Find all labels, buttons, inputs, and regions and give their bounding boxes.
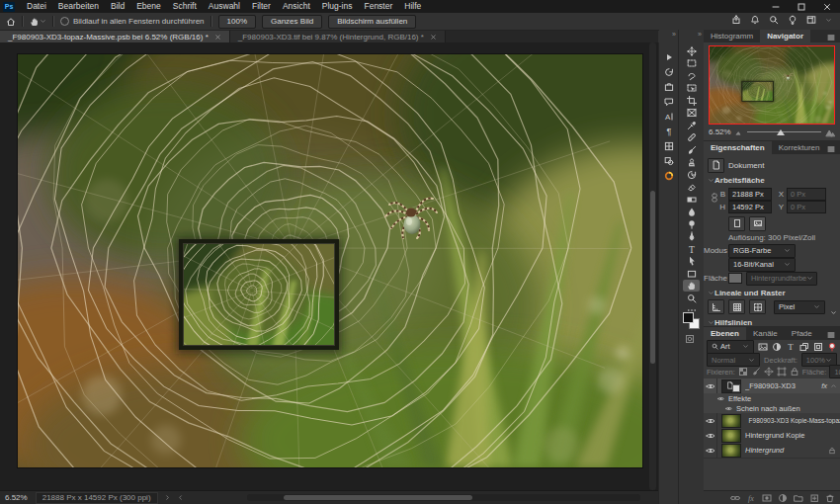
healing-brush-tool[interactable] <box>683 131 700 143</box>
layer-thumbnail[interactable] <box>721 444 741 458</box>
lasso-tool[interactable] <box>683 70 700 82</box>
search-icon[interactable] <box>769 15 779 25</box>
effect-name[interactable]: Schein nach außen <box>736 404 840 413</box>
layer-effect-row[interactable]: Schein nach außen <box>704 403 840 413</box>
rulers-section-header[interactable]: Lineale und Raster <box>714 289 786 297</box>
close-tab-icon[interactable] <box>214 34 221 41</box>
tab-navigator[interactable]: Navigator <box>760 30 810 42</box>
navigator-zoom-slider[interactable] <box>747 126 821 137</box>
path-selection-tool[interactable] <box>683 255 700 267</box>
foreground-color-swatch[interactable] <box>683 312 694 323</box>
marquee-tool[interactable] <box>683 57 700 69</box>
lock-artboard-icon[interactable] <box>777 367 787 377</box>
toolbar-chevron-icon[interactable]: » <box>698 31 701 38</box>
frame-tool[interactable] <box>683 107 700 119</box>
effects-visibility-icon[interactable] <box>717 395 724 402</box>
new-layer-icon[interactable] <box>809 493 819 503</box>
section-collapse-icon[interactable] <box>708 177 714 184</box>
notifications-bell-icon[interactable] <box>750 15 760 25</box>
discover-bulb-icon[interactable] <box>788 15 798 25</box>
layer-thumbnail[interactable] <box>721 414 741 428</box>
filter-toggle-icon[interactable] <box>827 342 837 352</box>
expand-dock-chevron-icon[interactable]: » <box>672 31 675 38</box>
status-doc-info[interactable]: 21888 Px x 14592 Px (300 ppi) <box>36 492 158 504</box>
layer-visibility-icon[interactable] <box>706 381 715 391</box>
zoom-out-icon[interactable] <box>735 128 743 136</box>
ruler-toggle-icon[interactable] <box>708 299 724 314</box>
effects-label[interactable]: Effekte <box>728 394 840 403</box>
menu-hilfe[interactable]: Hilfe <box>398 0 427 13</box>
layer-name[interactable]: _F980903-XD3 <box>745 381 818 390</box>
fit-screen-button[interactable]: Ganzes Bild <box>262 15 322 29</box>
section-collapse-icon[interactable] <box>708 319 714 326</box>
patterns-panel-icon[interactable] <box>662 140 675 152</box>
fill-screen-button[interactable]: Bildschirm ausfüllen <box>328 15 416 29</box>
hand-tool-preset-icon[interactable] <box>30 17 40 27</box>
bit-depth-select[interactable]: 16-Bit/Kanal <box>728 258 796 272</box>
layer-name[interactable]: _F980903-XD3 Kopie-Mass-topaz-_wonder <box>745 417 840 424</box>
canvas-section-header[interactable]: Arbeitsfläche <box>714 176 765 185</box>
pen-tool[interactable] <box>683 230 700 242</box>
type-tool[interactable]: T <box>683 243 700 255</box>
menu-auswahl[interactable]: Auswahl <box>203 0 246 13</box>
layer-effects-row[interactable]: Effekte <box>704 393 840 403</box>
layer-style-icon[interactable]: fx <box>746 493 756 503</box>
clone-stamp-tool[interactable] <box>683 156 700 168</box>
history-panel-icon[interactable] <box>662 66 675 78</box>
landscape-orientation-icon[interactable] <box>749 216 766 231</box>
gradient-tool[interactable] <box>683 194 700 206</box>
menu-bearbeiten[interactable]: Bearbeiten <box>52 0 105 13</box>
status-menu-chevron-icon[interactable] <box>164 494 171 501</box>
layer-row[interactable]: Hintergrund Kopie <box>704 428 840 444</box>
status-back-chevron-icon[interactable] <box>177 494 184 501</box>
canvas-area[interactable]: 6.52% 21888 Px x 14592 Px (300 ppi) <box>0 42 659 504</box>
grid-toggle-icon[interactable] <box>728 299 745 314</box>
layer-name[interactable]: Hintergrund Kopie <box>745 431 840 440</box>
eraser-tool[interactable] <box>683 181 700 193</box>
menu-ebene[interactable]: Ebene <box>130 0 167 13</box>
dodge-tool[interactable] <box>683 218 700 230</box>
menu-schrift[interactable]: Schrift <box>167 0 203 13</box>
menu-plug-ins[interactable]: Plug-ins <box>316 0 359 13</box>
menu-ansicht[interactable]: Ansicht <box>277 0 316 13</box>
units-select[interactable]: Pixel <box>774 300 825 314</box>
eyedropper-tool[interactable] <box>683 120 700 131</box>
tab-pfade[interactable]: Pfade <box>785 327 819 340</box>
width-field[interactable]: 21888 Px <box>728 188 772 201</box>
close-icon[interactable] <box>814 0 840 13</box>
shapes-panel-icon[interactable] <box>662 155 675 167</box>
height-field[interactable]: 14592 Px <box>728 201 772 213</box>
delete-layer-icon[interactable] <box>825 493 835 503</box>
horizontal-scrollbar-thumb[interactable] <box>284 495 472 500</box>
menu-fenster[interactable]: Fenster <box>358 0 398 13</box>
lock-all-icon[interactable] <box>790 367 799 377</box>
comments-panel-icon[interactable] <box>662 96 675 108</box>
add-mask-icon[interactable] <box>762 493 772 503</box>
horizontal-scrollbar[interactable] <box>247 494 640 501</box>
new-group-icon[interactable] <box>794 493 803 503</box>
collapse-effects-icon[interactable] <box>830 382 837 389</box>
navigator-zoom-value[interactable]: 6.52% <box>709 127 731 136</box>
pixel-grid-toggle-icon[interactable] <box>749 299 766 314</box>
filter-adjustment-layers-icon[interactable] <box>772 342 782 352</box>
menu-filter[interactable]: Filter <box>246 0 277 13</box>
maximize-icon[interactable] <box>789 0 814 13</box>
vertical-scrollbar[interactable] <box>649 42 656 490</box>
link-layers-icon[interactable] <box>730 493 740 503</box>
slider-thumb[interactable] <box>777 129 785 135</box>
lock-pixels-icon[interactable] <box>751 367 761 377</box>
zoom-tool[interactable] <box>683 293 700 304</box>
vertical-scrollbar-thumb[interactable] <box>650 191 655 364</box>
filter-pixel-layers-icon[interactable] <box>758 342 768 352</box>
lock-transparency-icon[interactable] <box>738 367 748 377</box>
layer-visibility-icon[interactable] <box>706 416 715 426</box>
filter-type-layers-icon[interactable]: T <box>786 342 796 352</box>
panel-menu-icon[interactable] <box>826 144 836 154</box>
tab-eigenschaften[interactable]: Eigenschaften <box>704 141 772 154</box>
zoom-100-button[interactable]: 100% <box>218 15 256 29</box>
tab-korrekturen[interactable]: Korrekturen <box>772 141 827 154</box>
scroll-all-windows-checkbox[interactable] <box>60 17 69 26</box>
navigator-preview[interactable] <box>709 45 835 125</box>
lock-position-icon[interactable] <box>764 367 774 377</box>
status-zoom-level[interactable]: 6.52% <box>0 493 36 502</box>
